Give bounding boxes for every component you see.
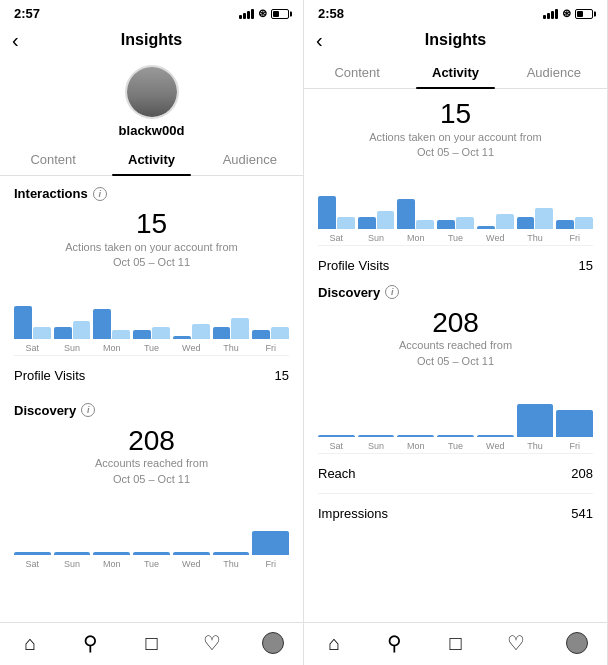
bar-label-wed: Wed: [173, 559, 210, 569]
profile-avatar-icon: [262, 632, 284, 654]
tab-content-right[interactable]: Content: [308, 57, 406, 88]
reach-label: Reach: [318, 466, 356, 481]
profile-visits-value: 15: [275, 368, 289, 383]
nav-heart-right[interactable]: ♡: [486, 631, 547, 655]
nav-search-right[interactable]: ⚲: [365, 631, 426, 655]
bar-group-thu: [213, 495, 250, 555]
nav-add-right[interactable]: □: [425, 631, 486, 655]
bar-dark-fri: [556, 410, 593, 437]
status-bar-right: 2:58 ⊛: [304, 0, 607, 25]
bar-dark-wed: [173, 336, 191, 339]
bar-dark-sun: [54, 552, 91, 555]
bar-light-fri: [271, 327, 289, 339]
back-button-left[interactable]: ‹: [12, 29, 19, 52]
bar-label-sat: Sat: [318, 441, 355, 451]
bar-group-fri: [556, 169, 593, 229]
bar-dark-fri: [252, 531, 289, 555]
discovery-heading-right: Discovery i: [318, 285, 593, 300]
bar-dark-sun: [358, 435, 395, 437]
wifi-icon: ⊛: [258, 7, 267, 20]
nav-home-right[interactable]: ⌂: [304, 631, 365, 655]
nav-heart-left[interactable]: ♡: [182, 631, 243, 655]
interactions-info-icon[interactable]: i: [93, 187, 107, 201]
avatar-section: blackw00d: [0, 57, 303, 144]
discovery-info-icon-right[interactable]: i: [385, 285, 399, 299]
bar-group-sun: [54, 495, 91, 555]
profile-visits-row[interactable]: Profile Visits 15: [14, 355, 289, 395]
bar-dark-thu: [517, 404, 554, 437]
interactions-chart: SatSunMonTueWedThuFri: [14, 279, 289, 353]
tab-audience-right[interactable]: Audience: [505, 57, 603, 88]
bar-label-mon: Mon: [397, 441, 434, 451]
bar-light-sat: [33, 327, 51, 339]
bar-dark-wed: [173, 552, 210, 555]
bar-light-mon: [112, 330, 130, 339]
tab-audience-left[interactable]: Audience: [201, 144, 299, 175]
bar-group-thu: [517, 169, 554, 229]
profile-avatar-icon-right: [566, 632, 588, 654]
bar-dark-fri: [252, 330, 270, 339]
bar-label-tue: Tue: [133, 559, 170, 569]
bar-group-tue: [133, 495, 170, 555]
impressions-label: Impressions: [318, 506, 388, 521]
back-button-right[interactable]: ‹: [316, 29, 323, 52]
bar-light-wed: [496, 214, 514, 229]
right-panel: 2:58 ⊛ ‹ Insights Content Activity Audie: [304, 0, 608, 665]
bar-light-thu: [535, 208, 553, 229]
discovery-info-icon[interactable]: i: [81, 403, 95, 417]
status-bar-left: 2:57 ⊛: [0, 0, 303, 25]
signal-icon-right: [543, 9, 558, 19]
bar-dark-sun: [54, 327, 72, 339]
nav-add-left[interactable]: □: [121, 631, 182, 655]
bar-group-sat: [14, 279, 51, 339]
bottom-nav-right: ⌂ ⚲ □ ♡: [304, 622, 607, 665]
status-icons-left: ⊛: [239, 7, 289, 20]
bar-label-sat: Sat: [14, 343, 51, 353]
signal-icon: [239, 9, 254, 19]
bar-light-thu: [231, 318, 249, 339]
battery-icon-right: [575, 9, 593, 19]
bar-light-sun: [73, 321, 91, 339]
bar-group-thu: [517, 377, 554, 437]
wifi-icon-right: ⊛: [562, 7, 571, 20]
nav-home-left[interactable]: ⌂: [0, 631, 61, 655]
header-title-left: Insights: [121, 31, 182, 49]
bar-group-sun: [358, 377, 395, 437]
bar-dark-sat: [14, 306, 32, 339]
bar-label-tue: Tue: [133, 343, 170, 353]
bar-label-mon: Mon: [93, 559, 130, 569]
bar-dark-sun: [358, 217, 376, 229]
bottom-nav-left: ⌂ ⚲ □ ♡: [0, 622, 303, 665]
interactions-count-right: 15: [318, 99, 593, 130]
reach-value: 208: [571, 466, 593, 481]
nav-profile-left[interactable]: [242, 631, 303, 655]
bar-label-thu: Thu: [213, 559, 250, 569]
content-right: 15 Actions taken on your account fromOct…: [304, 89, 607, 622]
bar-group-mon: [93, 495, 130, 555]
profile-visits-row-right[interactable]: Profile Visits 15: [318, 245, 593, 285]
tab-activity-right[interactable]: Activity: [406, 57, 504, 88]
add-icon: □: [145, 632, 157, 655]
nav-search-left[interactable]: ⚲: [61, 631, 122, 655]
tab-activity-left[interactable]: Activity: [102, 144, 200, 175]
bar-label-mon: Mon: [397, 233, 434, 243]
bar-group-thu: [213, 279, 250, 339]
profile-visits-label: Profile Visits: [14, 368, 85, 383]
nav-profile-right[interactable]: [546, 631, 607, 655]
time-right: 2:58: [318, 6, 344, 21]
impressions-row[interactable]: Impressions 541: [318, 493, 593, 533]
bar-light-mon: [416, 220, 434, 229]
tab-content-left[interactable]: Content: [4, 144, 102, 175]
profile-visits-value-right: 15: [579, 258, 593, 273]
bar-dark-fri: [556, 220, 574, 229]
discovery-desc: Accounts reached fromOct 05 – Oct 11: [14, 456, 289, 487]
reach-row[interactable]: Reach 208: [318, 453, 593, 493]
bar-dark-thu: [213, 327, 231, 339]
avatar[interactable]: [125, 65, 179, 119]
status-icons-right: ⊛: [543, 7, 593, 20]
bar-label-tue: Tue: [437, 233, 474, 243]
bar-dark-thu: [517, 217, 535, 229]
bar-group-tue: [133, 279, 170, 339]
bar-dark-mon: [93, 309, 111, 339]
bar-label-fri: Fri: [252, 343, 289, 353]
